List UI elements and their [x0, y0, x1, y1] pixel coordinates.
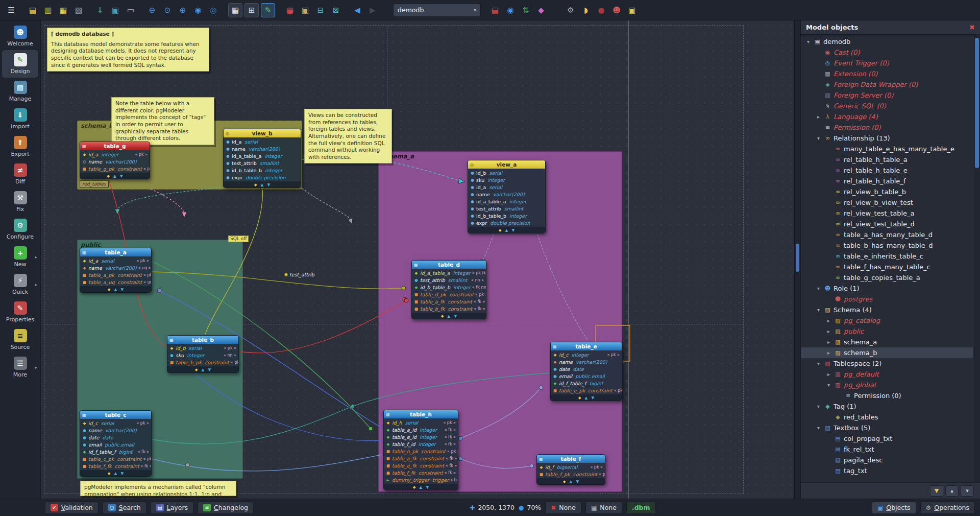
tree-item-textbox-5[interactable]: ▾▤Textbox (5)	[801, 423, 973, 433]
expand-icon[interactable]: ▲	[113, 174, 116, 178]
attribs-toggle-icon[interactable]: ◆	[499, 228, 502, 232]
tree-item-foreign-data-wrapper-0[interactable]: ◈Foreign Data Wrapper (0)	[801, 79, 973, 90]
tree-item-pg-default[interactable]: ▸▥pg_default	[801, 369, 973, 380]
row-table-f-id[interactable]: ◆table_f_idinteger« fk »	[384, 440, 458, 448]
filter-button[interactable]: ▼	[930, 485, 943, 497]
row-id-b-table-b[interactable]: ●id_b_table_binteger	[468, 212, 545, 219]
row-id-b-table-b[interactable]: ●id_b_table_binteger	[224, 167, 301, 174]
collapse-arrow-icon[interactable]: ▾	[815, 425, 822, 431]
support-icon[interactable]: ▣	[625, 3, 639, 17]
changelog-button[interactable]: ≡Changelog	[198, 502, 254, 514]
tree-item-table-f-has-many-table-c[interactable]: ∞table_f_has_many_table_c	[801, 262, 973, 272]
metadata-sync-icon[interactable]: ⇅	[519, 3, 533, 17]
row-id-f-table-f[interactable]: ◆id_f_table_fbigint« fk »	[80, 448, 151, 455]
table_c-header[interactable]: ▦table_c	[80, 411, 151, 419]
nav-forward-icon[interactable]: ▶	[365, 3, 380, 17]
tree-item-extension-0[interactable]: ▦Extension (0)	[801, 68, 973, 79]
sidebar-item-export[interactable]: ⇑Export	[2, 133, 38, 160]
collapse-arrow-icon[interactable]: ▾	[815, 404, 822, 409]
canvas-table-table_d[interactable]: ▦table_d◆id_a_table_ainteger« pk fk »●te…	[411, 260, 486, 319]
row-id-f[interactable]: ◆id_fbigserial« pk »	[537, 463, 605, 471]
sidebar-item-source[interactable]: ≡Source	[2, 326, 38, 354]
relationship-line-3[interactable]	[117, 187, 225, 209]
collapse-arrow-icon[interactable]: ▾	[825, 382, 832, 388]
row-table-a-uq[interactable]: ■table_a_uqconstraint« uq »	[80, 278, 151, 286]
expand-arrow-icon[interactable]: ▸	[815, 114, 822, 120]
attribs-toggle-icon[interactable]: ◆	[254, 182, 257, 187]
expand-arrow-icon[interactable]: ▸	[825, 371, 832, 377]
sidebar-item-design[interactable]: ✎Design	[2, 50, 38, 78]
collapse-arrow-icon[interactable]: ▾	[815, 135, 822, 141]
row-id-b-table-b[interactable]: ◆id_b_table_binteger« fk nn »	[412, 284, 486, 291]
overview-icon[interactable]: ◎	[206, 3, 220, 17]
tree-item-rel-table-h-table-a[interactable]: ∞rel_table_h_table_a	[801, 154, 973, 165]
nav-back-icon[interactable]: ◀	[350, 3, 364, 17]
donate-icon[interactable]: ◗	[579, 3, 593, 17]
row-table-f-fk[interactable]: ■table_f_fkconstraint« fk »	[384, 469, 458, 476]
textbox-tag_txt[interactable]: Note the table below with a different co…	[111, 97, 214, 145]
print-model-icon[interactable]: ▭	[124, 3, 138, 17]
row-id-b[interactable]: ◆id_bserial« pk »	[167, 344, 238, 351]
collapse-arrow-icon[interactable]: ▾	[815, 361, 822, 366]
collapse-icon[interactable]: ▼	[426, 485, 429, 489]
row-table-b-pk[interactable]: ■table_b_pkconstraint« pk »	[167, 359, 238, 366]
collapse-icon[interactable]: ▼	[208, 367, 211, 372]
row-table-d-pk[interactable]: ■table_d_pkconstraint« pk »	[412, 291, 486, 298]
magnifier-icon[interactable]: ◉	[191, 3, 205, 17]
collapse-arrow-icon[interactable]: ▾	[805, 39, 812, 44]
row-id-f-table-f[interactable]: ◆id_f_table_fbigint	[551, 380, 622, 387]
tree-item-schema-a[interactable]: ▸▨schema_a	[801, 337, 973, 347]
tree-item-rel-view-test-table-a[interactable]: ∞rel_view_test_table_a	[801, 208, 973, 219]
canvas-table-table_g[interactable]: ▦table_g◆id_ainteger« pk »○namevarchar(2…	[80, 142, 150, 179]
canvas-vertical-scrollbar[interactable]	[794, 20, 800, 499]
export-file-icon[interactable]: ▣	[108, 3, 122, 17]
expand-icon[interactable]: ▲	[505, 228, 508, 232]
row-id-a[interactable]: ●id_aserial	[468, 183, 545, 191]
row-table-a-id[interactable]: ◆table_a_idinteger« fk »	[384, 426, 458, 433]
tree-item-permission-0[interactable]: ≡Permission (0)	[801, 390, 973, 401]
expand-icon[interactable]: ▲	[114, 287, 117, 292]
tree-item-red-tables[interactable]: ◆red_tables	[801, 412, 973, 423]
operations-button[interactable]: ⚙Operations	[920, 502, 975, 514]
tree-item-demodb[interactable]: ▾▣demodb	[801, 36, 973, 47]
attribs-toggle-icon[interactable]: ◆	[195, 367, 198, 372]
tree-item-permission-0[interactable]: ≡Permission (0)	[801, 122, 973, 133]
row-table-a-fk[interactable]: ■table_a_fkconstraint« fk »	[412, 298, 486, 305]
row-table-h-pk[interactable]: ■table_h_pkconstraint« pk »	[384, 448, 458, 455]
row-table-e-id[interactable]: ◆table_e_idinteger« fk »	[384, 433, 458, 440]
tree-item-pg-global[interactable]: ▾▥pg_global	[801, 380, 973, 390]
tree-item-cast-0[interactable]: ◉Cast (0)	[801, 47, 973, 58]
row-table-e-pk[interactable]: ■table_e_pkconstraint« pk »	[551, 387, 622, 394]
diagram-canvas[interactable]: schema_bpublicschema_a [ demodb database…	[41, 20, 800, 499]
row-sku[interactable]: ●skuinteger	[468, 176, 545, 183]
expand-all-button[interactable]: ▾	[961, 485, 974, 497]
relationship-line-2[interactable]	[151, 189, 184, 213]
sidebar-item-fix[interactable]: ⚒Fix	[2, 188, 38, 216]
tag-red_tables[interactable]: red_tables	[80, 180, 109, 187]
main-menu-icon[interactable]: ☰	[4, 3, 18, 17]
row-table-a-pk[interactable]: ■table_a_pkconstraint« pk »	[80, 271, 151, 278]
row-name[interactable]: ●namevarchar(200)	[468, 191, 545, 198]
panel-scrollbar-thumb[interactable]	[975, 38, 979, 168]
attribs-toggle-icon[interactable]: ◆	[108, 287, 111, 292]
expand-arrow-icon[interactable]: ▸	[825, 339, 832, 345]
collapse-icon[interactable]: ▼	[267, 182, 270, 187]
canvas-table-table_b[interactable]: ▦table_b◆id_bserial« pk »●skuinteger« nn…	[167, 335, 239, 373]
row-id-a[interactable]: ●id_aserial	[224, 138, 301, 145]
model-selector[interactable]: demodb▾	[393, 4, 481, 17]
tree-item-rel-view-b-view-test[interactable]: ∞rel_view_b_view_test	[801, 197, 973, 208]
about-icon[interactable]: ☻	[609, 3, 624, 17]
tree-item-fk-rel-txt[interactable]: ▤fk_rel_txt	[801, 444, 973, 455]
attribs-toggle-icon[interactable]: ◆	[578, 395, 581, 400]
toggle-grid-icon[interactable]: ▦	[228, 3, 242, 17]
floating-label-test-attrib[interactable]: test_attrib	[284, 272, 314, 277]
panel-vertical-scrollbar[interactable]	[974, 35, 980, 482]
row-id-a-table-a[interactable]: ●id_a_table_ainteger	[468, 198, 545, 205]
view_b-header[interactable]: ◎view_b	[224, 129, 301, 137]
expand-icon[interactable]: ▲	[420, 485, 423, 489]
row-table-e-fk[interactable]: ■table_e_fkconstraint« fk »	[384, 462, 458, 469]
zoom-in-icon[interactable]: ⊕	[176, 3, 190, 17]
expand-icon[interactable]: ▲	[570, 479, 573, 484]
attribs-toggle-icon[interactable]: ◆	[413, 485, 416, 489]
collapse-icon[interactable]: ▼	[591, 395, 594, 400]
